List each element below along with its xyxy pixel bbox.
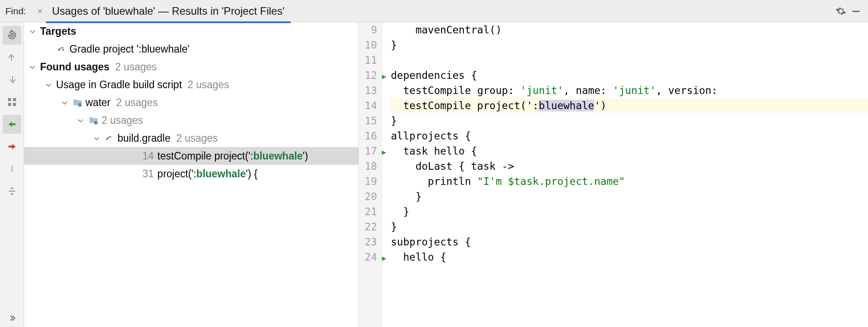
- tree-targets[interactable]: Targets: [24, 22, 358, 40]
- run-gutter-icon[interactable]: ▶: [382, 251, 389, 266]
- find-label: Find:: [4, 6, 34, 16]
- code-line-current: testCompile project(':bluewhale'): [391, 98, 868, 113]
- line-num: 19: [359, 174, 377, 189]
- svg-rect-0: [852, 11, 860, 12]
- usage-text-post: ') {: [246, 168, 257, 180]
- code-line: task hello {: [391, 143, 868, 159]
- target-item-label: Gradle project ':bluewhale': [69, 43, 190, 55]
- tree-folder-anon[interactable]: 2 usages: [24, 111, 358, 129]
- found-label: Found usages: [40, 61, 110, 73]
- code-line: hello {: [391, 249, 868, 265]
- usage-highlight: bluewhale: [196, 168, 246, 180]
- folder-icon: [88, 115, 99, 126]
- export-icon[interactable]: [3, 137, 21, 156]
- code-line: subprojects {: [391, 234, 868, 249]
- gear-icon[interactable]: [833, 4, 848, 19]
- group-icon[interactable]: [3, 93, 21, 111]
- chevron-down-icon: [93, 132, 101, 144]
- scroll-icon[interactable]: [3, 182, 21, 200]
- tree-script-usage[interactable]: Usage in Gradle build script 2 usages: [24, 76, 358, 94]
- anon-count: 2 usages: [101, 114, 143, 127]
- code-line: testCompile group: 'junit', name: 'junit…: [391, 83, 868, 98]
- chevron-down-icon: [77, 114, 85, 127]
- line-num: 17: [359, 143, 377, 159]
- code-line: }: [391, 37, 868, 53]
- find-header: Find: Usages of 'bluewhale' — Results in…: [0, 0, 868, 22]
- usage-highlight: bluewhale: [253, 150, 303, 162]
- code-line: println "I'm $task.project.name": [391, 174, 868, 189]
- usage-row-31[interactable]: 31 project(':bluewhale') {: [24, 165, 358, 183]
- usage-text-pre: project(':: [158, 168, 196, 180]
- svg-rect-3: [8, 103, 11, 106]
- run-gutter-icon[interactable]: ▶: [382, 69, 389, 84]
- line-num: 10: [359, 37, 377, 53]
- line-num: 13: [359, 83, 377, 98]
- line-num: 22: [359, 219, 377, 234]
- code-line: }: [391, 204, 868, 219]
- code-line: dependencies {: [391, 68, 868, 83]
- usage-row-14[interactable]: 14 testCompile project(':bluewhale'): [24, 147, 358, 165]
- gradle-file-icon: [104, 133, 115, 143]
- tree-target-item[interactable]: Gradle project ':bluewhale': [24, 40, 358, 58]
- line-num: 24: [359, 249, 377, 265]
- find-toolbar: i: [0, 22, 24, 327]
- folder-icon: [72, 97, 83, 108]
- found-count: 2 usages: [115, 61, 157, 73]
- line-num: 20: [359, 189, 377, 204]
- import-icon[interactable]: [3, 115, 21, 134]
- line-gutter: 9 10 11 12 13 14 15 16 17 18 19 20 21 22…: [359, 22, 382, 327]
- build-gradle-count: 2 usages: [176, 132, 218, 144]
- build-gradle-label: build.gradle: [118, 132, 170, 144]
- code-line: allprojects {: [391, 128, 868, 143]
- tree-folder-water[interactable]: water 2 usages: [24, 94, 358, 111]
- code-line: [391, 53, 868, 68]
- info-icon[interactable]: i: [3, 159, 21, 178]
- run-gutter-icon[interactable]: ▶: [382, 145, 389, 160]
- line-num: 15: [359, 113, 377, 128]
- code-line: }: [391, 113, 868, 128]
- chevron-down-icon: [29, 25, 37, 37]
- rerun-icon[interactable]: [3, 26, 21, 45]
- svg-rect-1: [8, 98, 11, 101]
- code-line: }: [391, 219, 868, 234]
- usage-text-post: '): [303, 150, 308, 162]
- script-label: Usage in Gradle build script: [56, 79, 182, 91]
- more-icon[interactable]: [7, 309, 17, 327]
- line-num: 16: [359, 128, 377, 143]
- line-number: 14: [142, 150, 154, 162]
- line-num: 12: [359, 68, 377, 83]
- line-num: 18: [359, 159, 377, 174]
- folder-label: water: [85, 97, 110, 109]
- tree-found-usages[interactable]: Found usages 2 usages: [24, 58, 358, 76]
- tab-title: Usages of 'bluewhale' — Results in 'Proj…: [52, 5, 285, 17]
- code-line: mavenCentral(): [391, 22, 868, 37]
- code-preview: 9 10 11 12 13 14 15 16 17 18 19 20 21 22…: [359, 22, 868, 327]
- chevron-down-icon: [61, 97, 69, 109]
- svg-text:i: i: [11, 164, 13, 173]
- chevron-down-icon: [29, 61, 37, 73]
- prev-icon[interactable]: [3, 48, 21, 67]
- close-tab-icon[interactable]: [34, 5, 46, 17]
- line-num: 9: [359, 22, 377, 37]
- script-count: 2 usages: [187, 79, 229, 91]
- tab-find-results[interactable]: Usages of 'bluewhale' — Results in 'Proj…: [46, 1, 291, 23]
- svg-rect-4: [13, 103, 16, 106]
- code-line: }: [391, 189, 868, 204]
- folder-water-count: 2 usages: [116, 97, 158, 109]
- chevron-down-icon: [45, 79, 53, 91]
- line-num: 11: [359, 53, 377, 68]
- svg-rect-6: [78, 103, 81, 106]
- code-body[interactable]: mavenCentral() } dependencies { testComp…: [391, 22, 868, 327]
- minimize-icon[interactable]: [848, 4, 864, 19]
- usage-text-pre: testCompile project(':: [158, 150, 253, 162]
- next-icon[interactable]: [3, 70, 21, 89]
- svg-rect-7: [94, 121, 97, 124]
- tree-build-gradle[interactable]: build.gradle 2 usages: [24, 129, 358, 147]
- results-tree: Targets Gradle project ':bluewhale' Foun…: [24, 22, 359, 327]
- line-num: 14: [359, 98, 377, 113]
- line-num: 23: [359, 234, 377, 249]
- targets-label: Targets: [40, 25, 76, 37]
- line-number: 31: [142, 168, 154, 180]
- svg-rect-2: [13, 98, 16, 101]
- gradle-icon: [56, 44, 67, 54]
